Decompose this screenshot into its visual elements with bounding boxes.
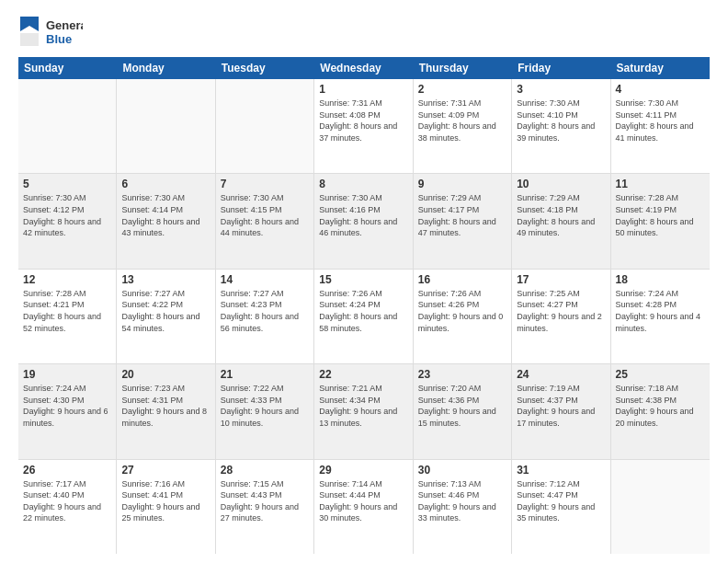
calendar-row: 5Sunrise: 7:30 AM Sunset: 4:12 PM Daylig… <box>18 174 710 269</box>
day-number: 31 <box>517 464 605 477</box>
day-info: Sunrise: 7:19 AM Sunset: 4:37 PM Dayligh… <box>517 383 605 429</box>
day-info: Sunrise: 7:15 AM Sunset: 4:43 PM Dayligh… <box>221 478 309 524</box>
day-number: 16 <box>418 273 506 286</box>
svg-text:General: General <box>46 18 83 32</box>
day-number: 29 <box>319 464 407 477</box>
day-info: Sunrise: 7:28 AM Sunset: 4:21 PM Dayligh… <box>23 288 111 334</box>
calendar-cell: 12Sunrise: 7:28 AM Sunset: 4:21 PM Dayli… <box>18 270 117 363</box>
calendar-cell: 4Sunrise: 7:30 AM Sunset: 4:11 PM Daylig… <box>611 79 710 173</box>
calendar-cell: 10Sunrise: 7:29 AM Sunset: 4:18 PM Dayli… <box>512 174 610 268</box>
day-number: 26 <box>23 464 111 477</box>
day-number: 11 <box>616 178 705 190</box>
day-info: Sunrise: 7:29 AM Sunset: 4:17 PM Dayligh… <box>418 192 506 238</box>
calendar-cell: 19Sunrise: 7:24 AM Sunset: 4:30 PM Dayli… <box>18 364 117 458</box>
day-info: Sunrise: 7:30 AM Sunset: 4:15 PM Dayligh… <box>221 192 309 238</box>
logo: GeneralBlue <box>18 15 83 48</box>
calendar: SundayMondayTuesdayWednesdayThursdayFrid… <box>18 57 710 554</box>
calendar-cell: 23Sunrise: 7:20 AM Sunset: 4:36 PM Dayli… <box>414 364 512 458</box>
day-number: 17 <box>517 273 605 286</box>
calendar-cell <box>216 79 314 173</box>
calendar-cell: 25Sunrise: 7:18 AM Sunset: 4:38 PM Dayli… <box>611 364 710 458</box>
day-number: 14 <box>221 273 309 286</box>
day-info: Sunrise: 7:14 AM Sunset: 4:44 PM Dayligh… <box>319 478 407 524</box>
day-number: 19 <box>23 368 111 381</box>
day-number: 25 <box>616 368 705 381</box>
calendar-cell: 16Sunrise: 7:26 AM Sunset: 4:26 PM Dayli… <box>414 270 512 363</box>
calendar-cell: 11Sunrise: 7:28 AM Sunset: 4:19 PM Dayli… <box>611 174 710 268</box>
day-number: 7 <box>221 178 309 190</box>
calendar-cell <box>117 79 215 173</box>
header: GeneralBlue <box>18 15 710 48</box>
calendar-cell: 26Sunrise: 7:17 AM Sunset: 4:40 PM Dayli… <box>18 460 117 554</box>
calendar-cell: 14Sunrise: 7:27 AM Sunset: 4:23 PM Dayli… <box>216 270 314 363</box>
calendar-cell: 31Sunrise: 7:12 AM Sunset: 4:47 PM Dayli… <box>512 460 610 554</box>
calendar-row: 26Sunrise: 7:17 AM Sunset: 4:40 PM Dayli… <box>18 460 710 554</box>
day-info: Sunrise: 7:27 AM Sunset: 4:23 PM Dayligh… <box>221 288 309 334</box>
calendar-body: 1Sunrise: 7:31 AM Sunset: 4:08 PM Daylig… <box>18 79 710 554</box>
calendar-row: 1Sunrise: 7:31 AM Sunset: 4:08 PM Daylig… <box>18 79 710 174</box>
weekday-header: Friday <box>512 57 610 79</box>
calendar-cell: 6Sunrise: 7:30 AM Sunset: 4:14 PM Daylig… <box>117 174 215 268</box>
day-number: 22 <box>319 368 407 381</box>
calendar-cell: 1Sunrise: 7:31 AM Sunset: 4:08 PM Daylig… <box>314 79 413 173</box>
calendar-header: SundayMondayTuesdayWednesdayThursdayFrid… <box>18 57 710 79</box>
calendar-cell: 9Sunrise: 7:29 AM Sunset: 4:17 PM Daylig… <box>414 174 512 268</box>
day-info: Sunrise: 7:24 AM Sunset: 4:28 PM Dayligh… <box>616 288 705 334</box>
day-info: Sunrise: 7:31 AM Sunset: 4:09 PM Dayligh… <box>418 98 506 144</box>
day-number: 2 <box>418 83 506 96</box>
svg-marker-0 <box>20 33 39 46</box>
day-number: 12 <box>23 273 111 286</box>
day-number: 28 <box>221 464 309 477</box>
day-info: Sunrise: 7:31 AM Sunset: 4:08 PM Dayligh… <box>319 98 407 144</box>
calendar-cell: 3Sunrise: 7:30 AM Sunset: 4:10 PM Daylig… <box>512 79 610 173</box>
day-number: 23 <box>418 368 506 381</box>
calendar-cell: 20Sunrise: 7:23 AM Sunset: 4:31 PM Dayli… <box>117 364 215 458</box>
day-info: Sunrise: 7:13 AM Sunset: 4:46 PM Dayligh… <box>418 478 506 524</box>
day-info: Sunrise: 7:26 AM Sunset: 4:24 PM Dayligh… <box>319 288 407 334</box>
calendar-cell: 22Sunrise: 7:21 AM Sunset: 4:34 PM Dayli… <box>314 364 413 458</box>
day-info: Sunrise: 7:30 AM Sunset: 4:10 PM Dayligh… <box>517 98 605 144</box>
calendar-cell: 8Sunrise: 7:30 AM Sunset: 4:16 PM Daylig… <box>314 174 413 268</box>
calendar-cell: 13Sunrise: 7:27 AM Sunset: 4:22 PM Dayli… <box>117 270 215 363</box>
day-number: 21 <box>221 368 309 381</box>
day-info: Sunrise: 7:12 AM Sunset: 4:47 PM Dayligh… <box>517 478 605 524</box>
weekday-header: Monday <box>117 57 215 79</box>
day-info: Sunrise: 7:26 AM Sunset: 4:26 PM Dayligh… <box>418 288 506 334</box>
calendar-cell: 27Sunrise: 7:16 AM Sunset: 4:41 PM Dayli… <box>117 460 215 554</box>
logo-svg: GeneralBlue <box>18 15 83 48</box>
day-info: Sunrise: 7:16 AM Sunset: 4:41 PM Dayligh… <box>121 478 210 524</box>
calendar-cell: 24Sunrise: 7:19 AM Sunset: 4:37 PM Dayli… <box>512 364 610 458</box>
calendar-cell: 2Sunrise: 7:31 AM Sunset: 4:09 PM Daylig… <box>414 79 512 173</box>
day-number: 27 <box>121 464 210 477</box>
day-number: 1 <box>319 83 407 96</box>
calendar-cell: 5Sunrise: 7:30 AM Sunset: 4:12 PM Daylig… <box>18 174 117 268</box>
calendar-cell: 18Sunrise: 7:24 AM Sunset: 4:28 PM Dayli… <box>611 270 710 363</box>
day-info: Sunrise: 7:25 AM Sunset: 4:27 PM Dayligh… <box>517 288 605 334</box>
day-info: Sunrise: 7:27 AM Sunset: 4:22 PM Dayligh… <box>121 288 210 334</box>
day-info: Sunrise: 7:28 AM Sunset: 4:19 PM Dayligh… <box>616 192 705 238</box>
weekday-header: Sunday <box>18 57 117 79</box>
calendar-cell: 21Sunrise: 7:22 AM Sunset: 4:33 PM Dayli… <box>216 364 314 458</box>
calendar-row: 19Sunrise: 7:24 AM Sunset: 4:30 PM Dayli… <box>18 364 710 459</box>
calendar-cell: 7Sunrise: 7:30 AM Sunset: 4:15 PM Daylig… <box>216 174 314 268</box>
calendar-cell: 28Sunrise: 7:15 AM Sunset: 4:43 PM Dayli… <box>216 460 314 554</box>
calendar-cell <box>611 460 710 554</box>
day-info: Sunrise: 7:20 AM Sunset: 4:36 PM Dayligh… <box>418 383 506 429</box>
day-info: Sunrise: 7:23 AM Sunset: 4:31 PM Dayligh… <box>121 383 210 429</box>
day-info: Sunrise: 7:30 AM Sunset: 4:11 PM Dayligh… <box>616 98 705 144</box>
day-number: 8 <box>319 178 407 190</box>
svg-text:Blue: Blue <box>46 32 72 46</box>
day-number: 4 <box>616 83 705 96</box>
weekday-header: Wednesday <box>314 57 413 79</box>
svg-marker-1 <box>20 17 39 31</box>
day-number: 15 <box>319 273 407 286</box>
day-number: 10 <box>517 178 605 190</box>
calendar-cell <box>18 79 117 173</box>
day-info: Sunrise: 7:30 AM Sunset: 4:14 PM Dayligh… <box>121 192 210 238</box>
day-info: Sunrise: 7:30 AM Sunset: 4:16 PM Dayligh… <box>319 192 407 238</box>
day-number: 20 <box>121 368 210 381</box>
calendar-cell: 30Sunrise: 7:13 AM Sunset: 4:46 PM Dayli… <box>414 460 512 554</box>
day-number: 5 <box>23 178 111 190</box>
day-number: 30 <box>418 464 506 477</box>
day-number: 13 <box>121 273 210 286</box>
